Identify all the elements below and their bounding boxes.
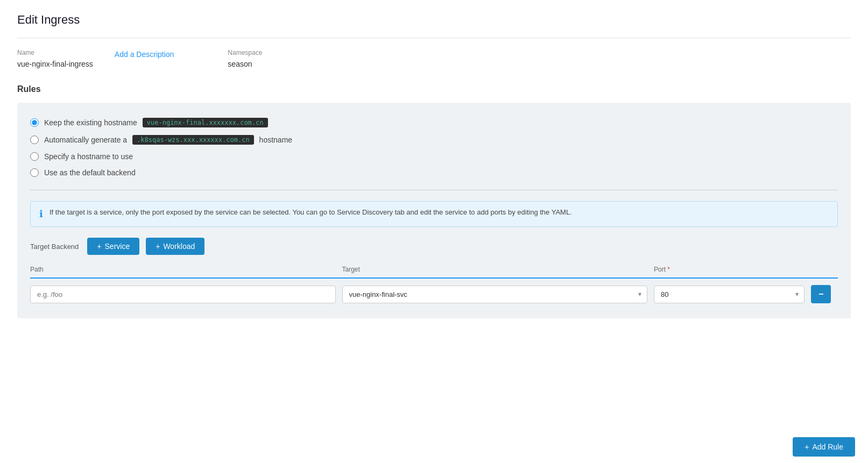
port-cell: 80 ▾ (654, 286, 805, 303)
info-banner: ℹ If the target is a service, only the p… (30, 201, 838, 227)
radio-specify-hostname[interactable]: Specify a hostname to use (30, 152, 838, 161)
page-title: Edit Ingress (17, 13, 851, 27)
add-description-link[interactable]: Add a Description (115, 50, 174, 59)
path-header: Path (30, 266, 336, 273)
radio-auto-label: Automatically generate a (44, 136, 127, 144)
target-cell: vue-nginx-final-svc ▾ (342, 286, 648, 303)
section-divider (30, 190, 838, 190)
workload-button-label: Workload (163, 242, 195, 251)
rules-container: Keep the existing hostname vue-nginx-fin… (17, 103, 851, 318)
radio-keep-hostname[interactable]: Keep the existing hostname vue-nginx-fin… (30, 118, 838, 127)
table-header-row: Path Target Port * (30, 266, 838, 279)
remove-row-button[interactable]: − (811, 285, 831, 303)
title-divider (17, 38, 851, 38)
radio-auto-hostname[interactable]: Automatically generate a .k8sqas-wzs.xxx… (30, 135, 838, 145)
info-message: If the target is a service, only the por… (50, 208, 572, 216)
name-field: Name vue-nginx-final-ingress (17, 49, 93, 68)
target-header: Target (342, 266, 648, 273)
name-value: vue-nginx-final-ingress (17, 60, 93, 68)
port-header: Port * (654, 266, 805, 273)
port-required-star: * (667, 266, 670, 273)
service-button-label: Service (105, 242, 130, 251)
bottom-bar: + Add Rule (780, 431, 868, 463)
keep-hostname-badge: vue-nginx-final.xxxxxxx.com.cn (143, 118, 268, 127)
rules-section-title: Rules (17, 84, 851, 94)
page-container: Edit Ingress Name vue-nginx-final-ingres… (0, 0, 868, 463)
description-section: Add a Description (115, 50, 174, 59)
add-rule-button[interactable]: + Add Rule (793, 437, 855, 457)
radio-auto-input[interactable] (30, 136, 39, 144)
auto-hostname-badge: .k8sqas-wzs.xxx.xxxxxx.com.cn (132, 135, 254, 145)
auto-hostname-suffix: hostname (259, 136, 292, 144)
path-input[interactable] (30, 286, 336, 303)
add-rule-label: Add Rule (812, 443, 843, 451)
workload-plus-icon: + (156, 242, 160, 251)
remove-cell: − (811, 285, 838, 303)
form-meta: Name vue-nginx-final-ingress Add a Descr… (17, 49, 851, 68)
target-backend-label: Target Backend (30, 243, 79, 251)
radio-default-label: Use as the default backend (44, 168, 136, 177)
radio-keep-label: Keep the existing hostname (44, 118, 137, 127)
add-rule-plus-icon: + (805, 443, 809, 451)
service-button[interactable]: + Service (87, 238, 139, 255)
radio-specify-label: Specify a hostname to use (44, 152, 133, 161)
namespace-label: Namespace (228, 49, 262, 56)
port-select[interactable]: 80 (654, 286, 804, 303)
service-plus-icon: + (97, 242, 101, 251)
namespace-value: season (228, 60, 262, 68)
name-label: Name (17, 49, 93, 56)
workload-button[interactable]: + Workload (146, 238, 204, 255)
info-icon: ℹ (39, 208, 43, 220)
target-select[interactable]: vue-nginx-final-svc (343, 286, 647, 303)
radio-default-input[interactable] (30, 168, 39, 177)
table-row: vue-nginx-final-svc ▾ 80 ▾ − (30, 285, 838, 303)
radio-specify-input[interactable] (30, 152, 39, 161)
radio-keep-input[interactable] (30, 118, 39, 127)
namespace-field: Namespace season (228, 49, 262, 68)
rules-section: Rules Keep the existing hostname vue-ngi… (17, 84, 851, 318)
path-cell (30, 286, 336, 303)
hostname-options: Keep the existing hostname vue-nginx-fin… (30, 118, 838, 177)
actions-header (811, 266, 838, 273)
target-backend-row: Target Backend + Service + Workload (30, 238, 838, 255)
radio-default-backend[interactable]: Use as the default backend (30, 168, 838, 177)
